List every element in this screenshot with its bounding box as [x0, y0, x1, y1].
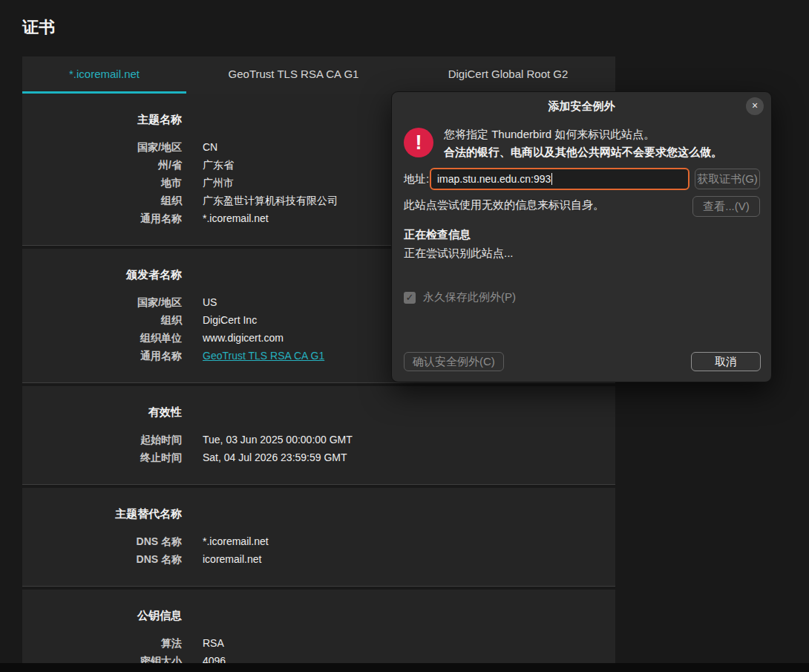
warning-icon: !	[404, 128, 433, 157]
section-heading: 有效性	[22, 403, 182, 421]
field-label: 组织	[22, 311, 182, 329]
field-label: 州/省	[22, 156, 182, 174]
field-label: 地市	[22, 174, 182, 192]
field-label: 组织	[22, 192, 182, 209]
view-certificate-button[interactable]: 查看...(V)	[692, 196, 760, 217]
dialog-body: ! 您将指定 Thunderbird 如何来标识此站点。 合法的银行、电商以及其…	[392, 120, 771, 383]
address-input-value: imap.stu.neu.edu.cn:993	[437, 173, 551, 185]
section-heading: 主题替代名称	[22, 505, 182, 523]
field-value: icoremail.net	[203, 550, 600, 568]
address-input[interactable]: imap.stu.neu.edu.cn:993	[430, 168, 690, 190]
intro-text: 您将指定 Thunderbird 如何来标识此站点。	[444, 125, 722, 143]
add-security-exception-dialog: 添加安全例外 × ! 您将指定 Thunderbird 如何来标识此站点。 合法…	[391, 91, 772, 382]
get-certificate-button[interactable]: 获取证书(G)	[695, 169, 760, 189]
intro-warning-text: 合法的银行、电商以及其他公共网站不会要求您这么做。	[444, 143, 722, 161]
permanent-exception-checkbox[interactable]: ✓	[404, 292, 416, 304]
dialog-title: 添加安全例外	[392, 92, 771, 120]
invalid-info-text: 此站点尝试使用无效的信息来标识自身。	[404, 196, 687, 214]
field-value: RSA	[203, 634, 600, 652]
certificate-section: 有效性起始时间Tue, 03 Jun 2025 00:00:00 GMT终止时间…	[22, 386, 615, 485]
field-value: Tue, 03 Jun 2025 00:00:00 GMT	[203, 431, 600, 448]
field-label: 通用名称	[22, 209, 182, 227]
confirm-security-exception-button[interactable]: 确认安全例外(C)	[404, 352, 504, 371]
address-label: 地址:	[404, 172, 430, 186]
tab-geotrust-tls-rsa-ca-g1[interactable]: GeoTrust TLS RSA CA G1	[186, 56, 401, 94]
section-heading: 颁发者名称	[22, 266, 182, 284]
checking-status-heading: 正在检查信息	[404, 226, 760, 244]
field-label: 终止时间	[22, 448, 182, 466]
dialog-titlebar: 添加安全例外 ×	[392, 92, 771, 120]
checking-status-text: 正在尝试识别此站点...	[404, 244, 760, 262]
section-heading: 公钥信息	[22, 607, 182, 624]
page-title: 证书	[22, 16, 809, 39]
field-value: *.icoremail.net	[203, 532, 600, 550]
permanent-exception-row: ✓ 永久保存此例外(P)	[404, 290, 760, 304]
field-label: DNS 名称	[22, 532, 182, 550]
tab-icoremail-net[interactable]: *.icoremail.net	[22, 56, 186, 94]
cancel-button[interactable]: 取消	[691, 352, 761, 371]
certificate-section: 主题替代名称DNS 名称*.icoremail.netDNS 名称icorema…	[22, 488, 615, 587]
field-label: DNS 名称	[22, 550, 182, 568]
window-bottom-edge	[0, 663, 809, 672]
text-cursor	[551, 173, 552, 185]
tab-digicert-global-root-g2[interactable]: DigiCert Global Root G2	[401, 56, 615, 94]
field-label: 国家/地区	[22, 138, 182, 156]
field-label: 算法	[22, 634, 182, 652]
field-label: 起始时间	[22, 431, 182, 448]
field-label: 国家/地区	[22, 293, 182, 311]
certificate-section: 公钥信息算法RSA密钥大小4096	[22, 590, 615, 672]
field-label: 通用名称	[22, 347, 182, 365]
section-heading: 主题名称	[22, 111, 182, 128]
field-value: Sat, 04 Jul 2026 23:59:59 GMT	[203, 448, 600, 466]
certificate-tabbar: *.icoremail.netGeoTrust TLS RSA CA G1Dig…	[22, 56, 615, 94]
certificate-link[interactable]: GeoTrust TLS RSA CA G1	[203, 350, 324, 362]
field-label: 组织单位	[22, 329, 182, 347]
close-icon[interactable]: ×	[746, 97, 764, 115]
permanent-exception-label: 永久保存此例外(P)	[423, 290, 516, 304]
